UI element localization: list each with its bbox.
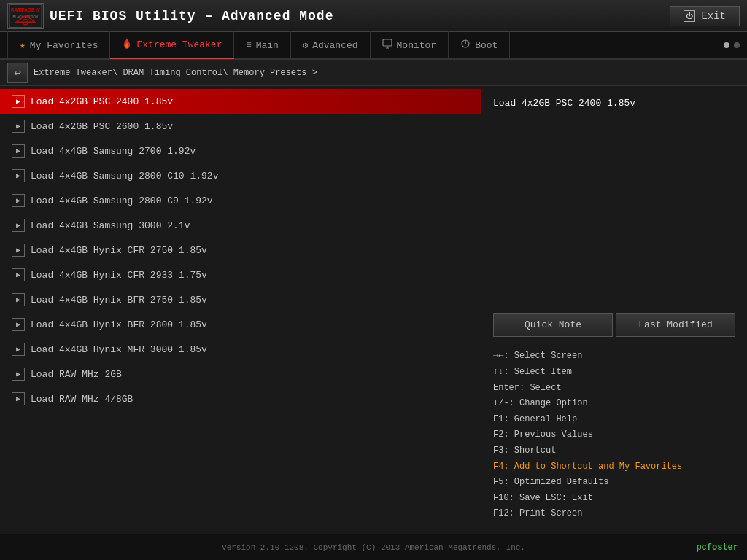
breadcrumb: Extreme Tweaker\ DRAM Timing Control\ Me… bbox=[34, 68, 317, 78]
item-arrow: ▶ bbox=[12, 368, 25, 381]
menu-item-item5[interactable]: ▶ Load 4x4GB Samsung 2800 C9 1.92v bbox=[0, 188, 481, 213]
left-panel: ▶ Load 4x2GB PSC 2400 1.85v ▶ Load 4x2GB… bbox=[0, 86, 481, 534]
menu-item-label: Load 4x2GB PSC 2400 1.85v bbox=[31, 96, 173, 107]
app-title: UEFI BIOS Utility – Advanced Mode bbox=[50, 9, 333, 23]
shortcut-desc: General Help bbox=[514, 414, 577, 424]
item-arrow: ▶ bbox=[12, 95, 25, 108]
shortcut-desc: Save ESC: Exit bbox=[519, 493, 593, 503]
menu-item-item4[interactable]: ▶ Load 4x4GB Samsung 2800 C10 1.92v bbox=[0, 163, 481, 188]
menu-item-label: Load RAW MHz 4/8GB bbox=[31, 394, 133, 405]
menu-item-label: Load 4x4GB Hynix CFR 2750 1.85v bbox=[31, 245, 207, 256]
menu-item-item9[interactable]: ▶ Load 4x4GB Hynix BFR 2750 1.85v bbox=[0, 287, 481, 312]
nav-item-favorites[interactable]: ★ My Favorites bbox=[7, 31, 110, 59]
flame-icon bbox=[122, 37, 132, 52]
action-buttons: Quick Note Last Modified bbox=[493, 313, 735, 337]
item-arrow: ▶ bbox=[12, 144, 25, 158]
nav-item-monitor[interactable]: Monitor bbox=[371, 31, 449, 59]
menu-item-item1[interactable]: ▶ Load 4x2GB PSC 2400 1.85v bbox=[0, 89, 481, 114]
shortcut-key: F5: bbox=[493, 477, 509, 487]
item-arrow: ▶ bbox=[12, 169, 25, 182]
exit-button[interactable]: ⏻ Exit bbox=[670, 6, 740, 26]
svg-rect-5 bbox=[383, 39, 392, 46]
list-icon: ≡ bbox=[246, 40, 251, 50]
shortcut-desc: Shortcut bbox=[514, 446, 557, 456]
right-panel: Load 4x2GB PSC 2400 1.85v Quick Note Las… bbox=[481, 86, 747, 534]
menu-item-item3[interactable]: ▶ Load 4x4GB Samsung 2700 1.92v bbox=[0, 139, 481, 163]
gear-icon: ⚙ bbox=[303, 40, 308, 51]
nav-label-advanced: Advanced bbox=[312, 40, 357, 51]
shortcut-line: F10: Save ESC: Exit bbox=[493, 491, 735, 507]
shortcut-key: →←: bbox=[493, 351, 509, 361]
back-button[interactable]: ↩ bbox=[7, 63, 28, 83]
exit-label: Exit bbox=[701, 10, 726, 22]
menu-item-item8[interactable]: ▶ Load 4x4GB Hynix CFR 2933 1.75v bbox=[0, 262, 481, 287]
nav-label-boot: Boot bbox=[475, 40, 498, 51]
menu-item-label: Load 4x4GB Samsung 2800 C10 1.92v bbox=[31, 171, 218, 182]
back-icon: ↩ bbox=[14, 66, 21, 80]
menu-item-item6[interactable]: ▶ Load 4x4GB Samsung 3000 2.1v bbox=[0, 213, 481, 238]
rog-logo: RAMPAGE IV BLACK EDITION bbox=[7, 3, 44, 29]
nav-item-boot[interactable]: Boot bbox=[449, 31, 510, 59]
exit-icon: ⏻ bbox=[684, 10, 695, 22]
shortcut-line: →←: Select Screen bbox=[493, 349, 735, 365]
last-modified-button[interactable]: Last Modified bbox=[616, 313, 735, 337]
monitor-icon bbox=[382, 39, 392, 52]
quick-note-button[interactable]: Quick Note bbox=[493, 313, 613, 337]
item-arrow: ▶ bbox=[12, 392, 25, 405]
nav-label-main: Main bbox=[256, 40, 279, 51]
menu-item-label: Load 4x2GB PSC 2600 1.85v bbox=[31, 121, 173, 132]
pcfoster-logo: pcfoster bbox=[696, 542, 738, 553]
shortcut-key: Enter: bbox=[493, 383, 525, 393]
menu-item-label: Load 4x4GB Hynix MFR 3000 1.85v bbox=[31, 344, 207, 355]
nav-label-monitor: Monitor bbox=[397, 40, 437, 51]
item-arrow: ▶ bbox=[12, 244, 25, 257]
menu-item-item2[interactable]: ▶ Load 4x2GB PSC 2600 1.85v bbox=[0, 114, 481, 139]
nav-label-extreme: Extreme Tweaker bbox=[136, 39, 222, 50]
shortcut-desc: Print Screen bbox=[519, 508, 582, 518]
shortcut-desc: Select bbox=[530, 383, 561, 393]
breadcrumb-bar: ↩ Extreme Tweaker\ DRAM Timing Control\ … bbox=[0, 60, 747, 86]
item-arrow: ▶ bbox=[12, 268, 25, 281]
shortcut-key: +/-: bbox=[493, 398, 514, 408]
shortcut-line: F1: General Help bbox=[493, 412, 735, 428]
item-arrow: ▶ bbox=[12, 219, 25, 232]
menu-item-item7[interactable]: ▶ Load 4x4GB Hynix CFR 2750 1.85v bbox=[0, 238, 481, 262]
shortcut-line: F2: Previous Values bbox=[493, 427, 735, 443]
item-arrow: ▶ bbox=[12, 343, 25, 356]
menu-item-item11[interactable]: ▶ Load 4x4GB Hynix MFR 3000 1.85v bbox=[0, 337, 481, 362]
shortcut-key: F1: bbox=[493, 414, 509, 424]
nav-label-favorites: My Favorites bbox=[30, 40, 98, 51]
menu-item-label: Load 4x4GB Hynix CFR 2933 1.75v bbox=[31, 270, 207, 281]
menu-item-item13[interactable]: ▶ Load RAW MHz 4/8GB bbox=[0, 386, 481, 411]
shortcut-line: F5: Optimized Defaults bbox=[493, 475, 735, 491]
menu-item-label: Load 4x4GB Samsung 2700 1.92v bbox=[31, 146, 196, 157]
nav-item-main[interactable]: ≡ Main bbox=[234, 31, 290, 59]
shortcut-line: Enter: Select bbox=[493, 381, 735, 397]
nav-dot-1 bbox=[724, 42, 729, 48]
svg-text:RAMPAGE IV: RAMPAGE IV bbox=[11, 7, 41, 12]
top-bar: RAMPAGE IV BLACK EDITION UEFI BIOS Utili… bbox=[0, 0, 747, 32]
menu-item-label: Load RAW MHz 2GB bbox=[31, 369, 122, 380]
shortcut-line: F12: Print Screen bbox=[493, 506, 735, 522]
nav-item-advanced[interactable]: ⚙ Advanced bbox=[291, 31, 371, 59]
shortcut-key: F12: bbox=[493, 508, 514, 518]
shortcuts: →←: Select Screen↑↓: Select ItemEnter: S… bbox=[493, 349, 735, 522]
shortcut-desc: Optimized Defaults bbox=[514, 477, 609, 487]
menu-item-item10[interactable]: ▶ Load 4x4GB Hynix BFR 2800 1.85v bbox=[0, 312, 481, 337]
shortcut-key: F4: Add to Shortcut and My Favorites bbox=[493, 462, 682, 472]
nav-item-extreme[interactable]: Extreme Tweaker bbox=[110, 31, 234, 59]
menu-item-label: Load 4x4GB Hynix BFR 2800 1.85v bbox=[31, 319, 207, 330]
nav-bar: ★ My Favorites Extreme Tweaker ≡ Main ⚙ … bbox=[0, 32, 747, 60]
logo-area: RAMPAGE IV BLACK EDITION UEFI BIOS Utili… bbox=[7, 3, 333, 29]
shortcut-desc: Select Item bbox=[514, 367, 572, 377]
shortcut-line: F3: Shortcut bbox=[493, 443, 735, 459]
help-title: Load 4x2GB PSC 2400 1.85v bbox=[493, 98, 735, 127]
shortcut-line: F4: Add to Shortcut and My Favorites bbox=[493, 459, 735, 475]
footer-copyright: Version 2.10.1208. Copyright (C) 2013 Am… bbox=[222, 543, 525, 552]
nav-dot-2 bbox=[734, 42, 740, 48]
menu-item-item12[interactable]: ▶ Load RAW MHz 2GB bbox=[0, 362, 481, 386]
shortcut-desc: Select Screen bbox=[514, 351, 583, 361]
shortcut-line: +/-: Change Option bbox=[493, 396, 735, 412]
main-content: ▶ Load 4x2GB PSC 2400 1.85v ▶ Load 4x2GB… bbox=[0, 86, 747, 534]
shortcut-desc: Previous Values bbox=[514, 429, 593, 440]
